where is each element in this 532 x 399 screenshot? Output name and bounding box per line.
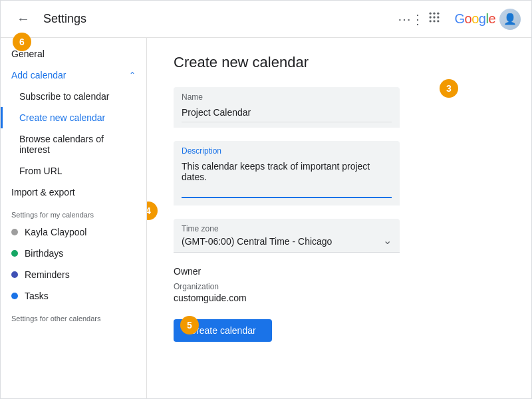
header-right: ⋯⋮ Google 👤 — [392, 5, 521, 33]
header-left: ← Settings — [11, 6, 86, 32]
svg-point-7 — [434, 20, 436, 22]
sidebar-item-import-export[interactable]: Import & export — [1, 182, 146, 203]
from-url-label: From URL — [19, 166, 63, 176]
svg-point-2 — [438, 13, 440, 15]
sidebar-section-add-calendar[interactable]: Add calendar ⌃ — [1, 65, 146, 86]
org-label: Organization — [174, 282, 505, 291]
name-label: Name — [182, 92, 392, 102]
name-input[interactable] — [182, 104, 392, 122]
svg-point-6 — [430, 20, 432, 22]
callout-5: 5 — [180, 316, 199, 334]
content-title: Create new calendar — [174, 54, 505, 71]
calendar-name-reminders: Reminders — [25, 269, 70, 280]
timezone-inner: Time zone (GMT-06:00) Central Time - Chi… — [182, 224, 383, 247]
google-logo: Google 👤 — [454, 9, 521, 30]
calendar-name-tasks: Tasks — [25, 291, 49, 301]
svg-point-5 — [438, 16, 440, 18]
callout-6: 6 — [13, 33, 31, 51]
sidebar-item-subscribe[interactable]: Subscribe to calendar — [1, 86, 146, 107]
svg-point-1 — [434, 13, 436, 15]
svg-point-0 — [430, 13, 432, 15]
calendar-dot-tasks — [11, 293, 18, 299]
browse-label: Browse calendars of interest — [19, 134, 136, 155]
calendar-name-birthdays: Birthdays — [25, 248, 63, 259]
description-label: Description — [182, 146, 392, 156]
callout-4: 4 — [147, 201, 158, 220]
timezone-field-group: Time zone (GMT-06:00) Central Time - Chi… — [174, 219, 505, 253]
sidebar-item-from-url[interactable]: From URL — [1, 160, 146, 182]
grid-icon[interactable]: ⋯⋮ — [392, 5, 447, 33]
header: ← Settings ⋯⋮ Google 👤 6 — [1, 1, 531, 38]
svg-point-3 — [430, 16, 432, 18]
avatar[interactable]: 👤 — [499, 9, 521, 30]
calendar-dot-birthdays — [11, 250, 18, 257]
calendar-name-kayla: Kayla Claypool — [25, 227, 86, 237]
chevron-up-icon: ⌃ — [129, 70, 136, 80]
back-icon[interactable]: ← — [11, 6, 35, 32]
sidebar: General Add calendar ⌃ Subscribe to cale… — [1, 38, 147, 399]
description-field-group: Description — [174, 141, 505, 205]
callout-3: 3 — [440, 79, 458, 98]
add-calendar-label: Add calendar — [11, 70, 66, 80]
sidebar-item-create-new[interactable]: Create new calendar — [1, 107, 146, 128]
org-value: customguide.com — [174, 293, 505, 303]
calendar-item-reminders[interactable]: Reminders — [1, 264, 146, 285]
page-title: Settings — [43, 12, 86, 26]
google-text: Google — [454, 11, 495, 27]
svg-point-4 — [434, 16, 436, 18]
calendar-item-tasks[interactable]: Tasks — [1, 285, 146, 307]
name-field-wrapper: Name — [174, 87, 400, 128]
timezone-select[interactable]: Time zone (GMT-06:00) Central Time - Chi… — [174, 219, 400, 253]
svg-point-8 — [438, 20, 440, 22]
other-calendars-heading: Settings for other calendars — [1, 307, 146, 325]
sidebar-item-browse[interactable]: Browse calendars of interest — [1, 128, 146, 160]
chevron-down-icon: ⌄ — [383, 234, 392, 247]
owner-section: Owner Organization customguide.com — [174, 266, 505, 303]
timezone-value: (GMT-06:00) Central Time - Chicago — [182, 236, 383, 247]
timezone-label: Time zone — [182, 224, 383, 233]
calendar-item-birthdays[interactable]: Birthdays — [1, 243, 146, 264]
create-new-label: Create new calendar — [19, 112, 105, 123]
content-area: 3 4 5 Create new calendar Name Descripti… — [147, 38, 531, 399]
main-layout: General Add calendar ⌃ Subscribe to cale… — [1, 38, 531, 399]
calendar-dot-kayla — [11, 229, 18, 235]
calendar-item-kayla[interactable]: Kayla Claypool — [1, 221, 146, 243]
description-field-wrapper: Description — [174, 141, 400, 205]
description-textarea[interactable] — [182, 158, 392, 198]
my-calendars-heading: Settings for my calendars — [1, 203, 146, 221]
calendar-dot-reminders — [11, 271, 18, 278]
owner-label: Owner — [174, 266, 505, 277]
subscribe-label: Subscribe to calendar — [19, 91, 109, 102]
